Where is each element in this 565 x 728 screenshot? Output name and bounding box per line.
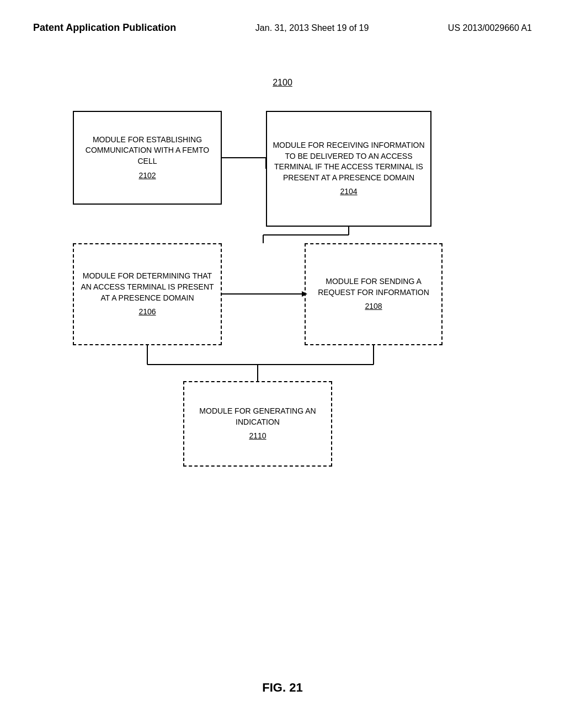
figure-label: FIG. 21 — [262, 681, 302, 695]
header-center: Jan. 31, 2013 Sheet 19 of 19 — [255, 23, 369, 33]
diagram-label: 2100 — [273, 78, 292, 88]
box-2106: MODULE FOR DETERMINING THAT AN ACCESS TE… — [73, 243, 222, 345]
box-2104: MODULE FOR RECEIVING INFORMATION TO BE D… — [266, 111, 431, 227]
diagram-area: 2100 MODUL — [56, 78, 509, 574]
header-left: Patent Application Publication — [33, 22, 176, 34]
page-header: Patent Application Publication Jan. 31, … — [0, 0, 565, 45]
box-2110-label: MODULE FOR GENERATING AN INDICATION — [190, 406, 326, 427]
box-2108-label: MODULE FOR SENDING A REQUEST FOR INFORMA… — [311, 276, 436, 298]
box-2104-label: MODULE FOR RECEIVING INFORMATION TO BE D… — [273, 140, 425, 183]
box-2110: MODULE FOR GENERATING AN INDICATION 2110 — [183, 381, 332, 467]
box-2106-label: MODULE FOR DETERMINING THAT AN ACCESS TE… — [79, 271, 215, 303]
box-2108: MODULE FOR SENDING A REQUEST FOR INFORMA… — [305, 243, 443, 345]
box-2102-label: MODULE FOR ESTABLISHING COMMUNICATION WI… — [79, 135, 215, 167]
box-2110-id: 2110 — [249, 431, 266, 442]
box-2102-id: 2102 — [138, 170, 156, 181]
box-2108-id: 2108 — [365, 301, 382, 312]
box-2104-id: 2104 — [340, 186, 357, 197]
box-2106-id: 2106 — [138, 307, 156, 318]
header-right: US 2013/0029660 A1 — [448, 23, 532, 33]
box-2102: MODULE FOR ESTABLISHING COMMUNICATION WI… — [73, 111, 222, 205]
